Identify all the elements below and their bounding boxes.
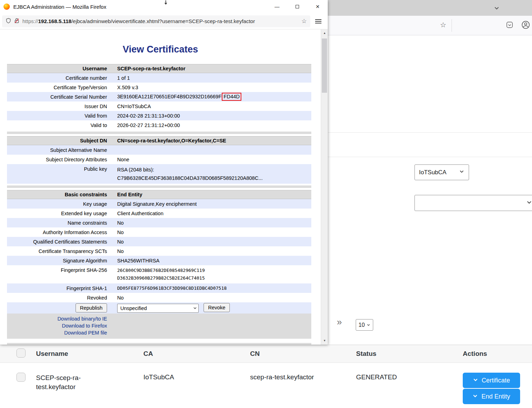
row-downloads: Download binary/to IE Download to Firefo… [7, 314, 311, 339]
row-value: CN=IoTSubCA [112, 104, 311, 109]
row-signature-algorithm: Signature Algorithm SHA256WITHRSA [7, 256, 311, 265]
row-certificate-number: Certificate number 1 of 1 [7, 73, 311, 83]
chevron-down-icon[interactable] [494, 5, 500, 13]
republish-button[interactable]: Republish [76, 303, 107, 312]
row-valid-to: Valid to 2026-02-27 21:31:12+00:00 [7, 120, 311, 130]
bookmark-star-icon[interactable]: ☆ [440, 21, 446, 29]
row-value: 1 of 1 [112, 75, 311, 81]
account-icon[interactable] [522, 21, 530, 30]
row-label: Certificate number [7, 75, 112, 81]
table-row: SCEP-scep-ra-test.keyfactor IoTSubCA sce… [0, 363, 532, 408]
row-revoked: Revoked No [7, 293, 311, 302]
scrollbar-up-arrow[interactable]: ▲ [321, 30, 328, 36]
ca-select-value: IoTSubCA [419, 169, 446, 176]
row-basic-constraints: Basic constraints End Entity [7, 190, 311, 199]
row-value: No [112, 295, 311, 301]
row-authority-information-access: Authority Information Access No [7, 227, 311, 237]
row-label: Username [7, 66, 112, 71]
end-entity-dropdown-button[interactable]: End Entity [463, 389, 520, 404]
bookmark-star-icon[interactable]: ☆ [302, 17, 307, 25]
pagination-last-icon[interactable]: » [337, 317, 342, 328]
url-toolbar: https://192.168.5.118/ejbca/adminweb/vie… [0, 13, 328, 29]
scrollbar-thumb[interactable] [322, 38, 327, 93]
row-label: Subject DN [7, 138, 112, 143]
row-serial-number: Certificate Serial Number 3E9160EA121E70… [7, 92, 311, 101]
download-binary-link[interactable]: Download binary/to IE [7, 315, 107, 322]
url-path: /ejbca/adminweb/viewcertificate.xhtml?us… [71, 18, 255, 24]
url-host: 192.168.5.118 [38, 18, 71, 24]
row-fingerprint-sha1: Fingerprint SHA-1 DD05FE8775F6D961B3CF3D… [7, 283, 311, 293]
row-valid-from: Valid from 2024-02-28 21:31:13+00:00 [7, 111, 311, 120]
revocation-reason-value: Unspecified [120, 305, 147, 311]
row-issuer-dn: Issuer DN CN=IoTSubCA [7, 101, 311, 111]
chevron-down-icon [473, 393, 478, 400]
row-label: Subject Directory Attributes [7, 157, 112, 162]
row-value: RSA (2048 bits): C79B6328CE45DF3638188C0… [112, 166, 311, 182]
cell-status: GENERATED [356, 363, 463, 408]
select-all-checkbox[interactable] [16, 349, 26, 358]
ca-select[interactable]: IoTSubCA [414, 164, 469, 180]
row-checkbox[interactable] [16, 373, 26, 382]
window-title: EJBCA Administration — Mozilla Firefox [13, 4, 106, 10]
header-cn: CN [250, 350, 356, 358]
maximize-button[interactable] [287, 0, 307, 13]
row-value: Digital Signature,Key encipherment [112, 201, 311, 207]
row-qualified-certificates-statements: Qualified Certificates Statements No [7, 237, 311, 246]
popup-content: View Certificates Username SCEP-scep-ra-… [0, 29, 321, 345]
page-title: View Certificates [0, 44, 321, 55]
toolbar-divider [452, 19, 452, 32]
row-label: Subject Alternative Name [7, 147, 112, 153]
row-value: SCEP-scep-ra-test.keyfactor [112, 66, 311, 71]
row-fingerprint-sha256: Fingerprint SHA-256 26C800C9D3BBE76B2DE0… [7, 265, 311, 283]
serial-value: 3E9160EA121E70651E0F4B9D2932D16669FFD44D [112, 93, 311, 101]
row-public-key: Public key RSA (2048 bits): C79B6328CE45… [7, 164, 311, 184]
download-pem-link[interactable]: Download PEM file [7, 329, 107, 336]
cell-cn: scep-ra-test.keyfactor [250, 363, 356, 408]
section-divider [7, 343, 311, 345]
revoke-button[interactable]: Revoke [204, 303, 230, 312]
row-name-constraints: Name constraints No [7, 218, 311, 227]
row-certificate-type: Certificate Type/Version X.509 v.3 [7, 83, 311, 92]
spacer [7, 339, 311, 343]
row-value: CN=scep-ra-test.keyfactor,O=Keyfactor,C=… [112, 138, 311, 143]
minimize-button[interactable]: — [267, 0, 287, 13]
row-value: No [112, 220, 311, 226]
popup-scrollbar[interactable]: ▲ ▼ [321, 29, 328, 345]
row-username: Username SCEP-scep-ra-test.keyfactor [7, 64, 311, 73]
certificate-dropdown-button[interactable]: Certificate [463, 373, 520, 388]
header-status: Status [356, 350, 463, 358]
close-window-button[interactable]: ✕ [307, 0, 328, 13]
chevron-down-icon [459, 169, 464, 176]
firefox-icon [3, 3, 10, 10]
row-subject-alt-name: Subject Alternative Name [7, 145, 311, 155]
revoke-cell: Unspecified Revoke [112, 303, 311, 312]
lock-warning-icon[interactable] [14, 18, 20, 25]
scrollbar-down-arrow[interactable]: ▼ [321, 338, 328, 344]
public-key-modulus: C79B6328CE45DF3638188C04DA378D0685F58921… [117, 174, 311, 182]
row-label: Extended key usage [7, 211, 112, 216]
menu-hamburger-icon[interactable] [315, 18, 321, 24]
search-results-table: Username CA CN Status Actions SCEP-scep-… [0, 345, 532, 408]
checkbox-cell [16, 349, 36, 359]
row-value: SHA256WITHRSA [112, 258, 311, 263]
filter-select[interactable] [414, 195, 532, 211]
row-label: Basic constraints [7, 192, 112, 197]
row-value: 2026-02-27 21:31:12+00:00 [112, 122, 311, 128]
pocket-icon[interactable] [506, 21, 513, 30]
row-value: 2024-02-28 21:31:13+00:00 [112, 113, 311, 119]
address-bar[interactable]: https://192.168.5.118/ejbca/adminweb/vie… [2, 15, 310, 27]
url-text: https://192.168.5.118/ejbca/adminweb/vie… [22, 18, 299, 24]
actions-cell: Certificate End Entity [463, 363, 532, 408]
page-size-select[interactable]: 10 [356, 319, 373, 331]
row-value: End Entity [112, 192, 311, 197]
chevron-down-icon [526, 199, 532, 207]
button-label: Certificate [482, 377, 510, 384]
download-firefox-link[interactable]: Download to Firefox [7, 322, 107, 329]
row-subject-directory-attributes: Subject Directory Attributes None [7, 155, 311, 164]
shield-icon[interactable] [6, 18, 11, 25]
row-label: Name constraints [7, 220, 112, 226]
row-value: No [112, 239, 311, 245]
row-value: None [112, 157, 311, 162]
chevron-down-icon [473, 377, 478, 384]
revocation-reason-select[interactable]: Unspecified [117, 304, 199, 313]
